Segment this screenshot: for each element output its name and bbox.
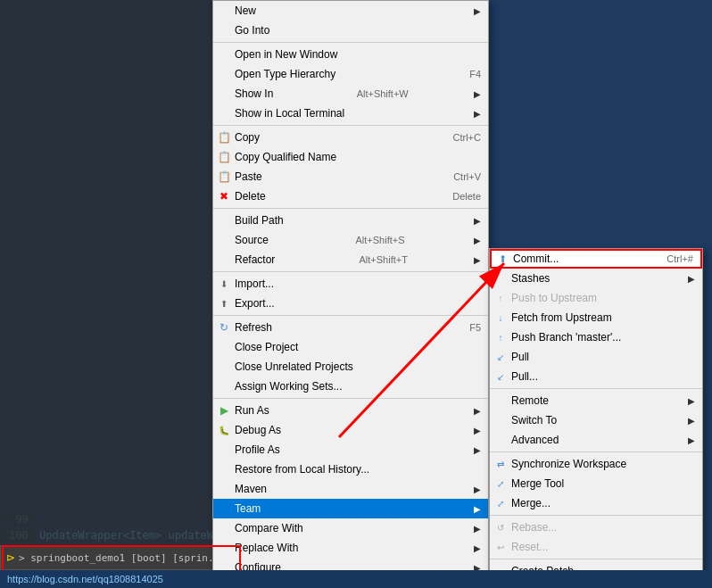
arrow-icon: ▶ [474, 406, 481, 416]
menu-item-label: Copy Qualified Name [235, 151, 336, 163]
menu-item-maven[interactable]: Maven ▶ [213, 479, 488, 499]
menu-item-import[interactable]: ⬇ Import... [213, 274, 488, 294]
menu-item-assign-working[interactable]: Assign Working Sets... [213, 377, 488, 396]
menu-item-paste[interactable]: 📋 Paste Ctrl+V [213, 167, 488, 186]
menu-item-run-as[interactable]: ▶ Run As ▶ [213, 401, 488, 420]
menu-item-stashes[interactable]: Stashes ▶ [490, 269, 702, 288]
arrow-icon: ▶ [474, 255, 481, 265]
menu-item-label: Build Path [235, 214, 284, 227]
menu-item-merge-tool[interactable]: ⤢ Merge Tool [490, 474, 702, 493]
menu-item-switch-to[interactable]: Switch To ▶ [490, 410, 702, 430]
menu-item-label: Close Unrelated Projects [235, 360, 353, 373]
shortcut-label: Ctrl+C [435, 132, 481, 143]
menu-item-copy-qualified[interactable]: 📋 Copy Qualified Name [213, 147, 488, 167]
menu-item-refactor[interactable]: Refactor Alt+Shift+T ▶ [213, 250, 488, 269]
separator [213, 398, 488, 399]
arrow-icon: ▶ [688, 416, 695, 426]
menu-item-open-type-hierarchy[interactable]: Open Type Hierarchy F4 [213, 64, 488, 84]
menu-item-build-path[interactable]: Build Path ▶ [213, 211, 488, 230]
menu-item-push-branch[interactable]: ↑ Push Branch 'master'... [490, 327, 702, 347]
primary-context-menu: New ▶ Go Into Open in New Window Open Ty… [212, 0, 489, 588]
menu-item-team-label: Team [235, 502, 261, 515]
menu-item-show-in[interactable]: Show In Alt+Shift+W ▶ [213, 84, 488, 104]
copy-qualified-icon: 📋 [217, 150, 231, 164]
menu-item-compare-with[interactable]: Compare With ▶ [213, 518, 488, 538]
separator [213, 125, 488, 126]
menu-item-profile-as[interactable]: Profile As ▶ [213, 440, 488, 460]
menu-item-goto-label: Go Into [235, 24, 269, 37]
arrow-icon: ▶ [474, 524, 481, 534]
shortcut-label: Ctrl+# [649, 253, 693, 264]
shortcut-label: Delete [435, 191, 481, 202]
arrow-icon: ▶ [688, 396, 695, 406]
refresh-icon: ↻ [217, 320, 231, 335]
menu-item-commit[interactable]: ⬆ Commit... Ctrl+# [490, 249, 702, 269]
menu-item-merge[interactable]: ⤢ Merge... [490, 493, 702, 513]
menu-item-label: Stashes [511, 272, 550, 285]
project-bar: ⊳ > springboot_demo1 [boot] [sprin... [0, 545, 241, 570]
menu-item-new[interactable]: New ▶ [213, 1, 488, 21]
menu-item-label: Paste [235, 170, 262, 183]
delete-icon: ✖ [217, 189, 231, 203]
menu-item-export[interactable]: ⬆ Export... [213, 294, 488, 313]
export-icon: ⬆ [217, 296, 231, 311]
menu-item-copy[interactable]: 📋 Copy Ctrl+C [213, 128, 488, 147]
menu-item-replace-with[interactable]: Replace With ▶ [213, 538, 488, 558]
menu-item-show-local-terminal[interactable]: Show in Local Terminal ▶ [213, 104, 488, 123]
shortcut-label: F5 [451, 322, 481, 333]
menu-item-new-label: New [235, 4, 256, 17]
menu-item-label: Remote [511, 394, 549, 407]
menu-item-delete[interactable]: ✖ Delete Delete [213, 186, 488, 206]
copy-icon: 📋 [217, 130, 231, 145]
menu-item-refresh[interactable]: ↻ Refresh F5 [213, 318, 488, 337]
menu-item-source[interactable]: Source Alt+Shift+S ▶ [213, 230, 488, 250]
menu-item-label: Profile As [235, 443, 280, 456]
reset-icon: ↩ [493, 540, 508, 554]
menu-item-pull-ellipsis[interactable]: ↙ Pull... [490, 367, 702, 386]
menu-item-label: Show in Local Terminal [235, 107, 344, 120]
menu-item-reset[interactable]: ↩ Reset... [490, 537, 702, 557]
menu-item-label: Open Type Hierarchy [235, 68, 335, 80]
menu-item-label: Maven [235, 483, 267, 495]
menu-item-label: Run As [235, 404, 269, 417]
import-icon: ⬇ [217, 277, 231, 291]
menu-item-debug-as[interactable]: 🐛 Debug As ▶ [213, 420, 488, 440]
menu-item-label: Export... [235, 297, 275, 310]
menu-item-label: Advanced [511, 434, 559, 446]
pull-icon: ↙ [493, 350, 508, 364]
project-bar-text: > springboot_demo1 [boot] [sprin... [19, 552, 226, 564]
menu-item-goto[interactable]: Go Into [213, 21, 488, 40]
fetch-icon: ↓ [493, 311, 508, 325]
arrow-icon: ▶ [474, 484, 481, 494]
shortcut-label: F4 [451, 69, 481, 79]
menu-item-restore-local[interactable]: Restore from Local History... [213, 460, 488, 479]
shortcut-label: Ctrl+V [435, 171, 481, 182]
team-submenu: ⬆ Commit... Ctrl+# Stashes ▶ ↑ Push to U… [489, 248, 703, 588]
separator [213, 271, 488, 272]
sync-icon: ⇄ [493, 457, 508, 471]
menu-item-rebase[interactable]: ↺ Rebase... [490, 518, 702, 537]
menu-item-label: Fetch from Upstream [511, 311, 612, 324]
arrow-icon: ▶ [474, 109, 481, 119]
menu-item-push-upstream[interactable]: ↑ Push to Upstream [490, 288, 702, 308]
menu-item-label: Rebase... [511, 521, 557, 534]
menu-item-close-project[interactable]: Close Project [213, 337, 488, 357]
menu-item-team[interactable]: Team ▶ [213, 499, 488, 518]
separator [490, 451, 702, 452]
menu-item-open-new-window[interactable]: Open in New Window [213, 45, 488, 64]
menu-item-label: Merge... [511, 497, 551, 509]
menu-item-label: Reset... [511, 541, 548, 553]
menu-item-label: Refactor [235, 253, 275, 266]
separator [213, 208, 488, 209]
menu-item-fetch-upstream[interactable]: ↓ Fetch from Upstream [490, 308, 702, 327]
url-bar: https://blog.csdn.net/qq1808814025 [0, 570, 712, 588]
project-icon: ⊳ [6, 551, 15, 564]
menu-item-label: Copy [235, 131, 260, 144]
menu-item-sync-workspace[interactable]: ⇄ Synchronize Workspace [490, 454, 702, 474]
menu-item-advanced[interactable]: Advanced ▶ [490, 430, 702, 450]
menu-item-pull[interactable]: ↙ Pull [490, 347, 702, 367]
menu-item-close-unrelated[interactable]: Close Unrelated Projects [213, 357, 488, 377]
separator [490, 388, 702, 389]
menu-item-remote[interactable]: Remote ▶ [490, 391, 702, 410]
arrow-icon: ▶ [688, 274, 695, 284]
